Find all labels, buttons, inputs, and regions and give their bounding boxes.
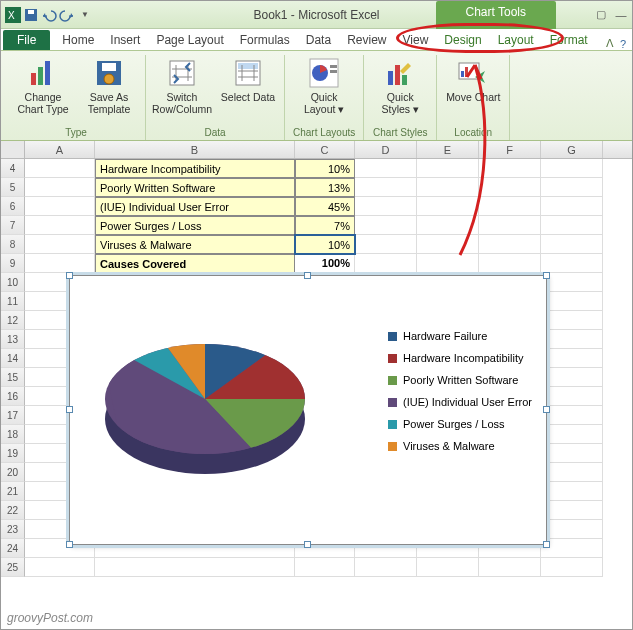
cell[interactable] xyxy=(541,159,603,178)
resize-handle[interactable] xyxy=(304,541,311,548)
cell[interactable]: Viruses & Malware xyxy=(95,235,295,254)
cell[interactable] xyxy=(25,197,95,216)
cell[interactable]: 10% xyxy=(295,159,355,178)
cell[interactable] xyxy=(355,197,417,216)
minimize-ribbon-icon[interactable]: ▢ xyxy=(594,8,608,22)
redo-icon[interactable] xyxy=(59,7,75,23)
row-header[interactable]: 15 xyxy=(1,368,25,387)
cell[interactable] xyxy=(541,292,603,311)
chart-object[interactable]: Hardware FailureHardware Incompatibility… xyxy=(69,275,547,545)
cell[interactable] xyxy=(355,216,417,235)
row-header[interactable]: 6 xyxy=(1,197,25,216)
tab-formulas[interactable]: Formulas xyxy=(232,30,298,50)
col-header-D[interactable]: D xyxy=(355,141,417,158)
resize-handle[interactable] xyxy=(304,272,311,279)
tab-layout[interactable]: Layout xyxy=(490,30,542,50)
cell[interactable] xyxy=(541,330,603,349)
resize-handle[interactable] xyxy=(543,541,550,548)
cell[interactable] xyxy=(355,558,417,577)
ribbon-minimize-icon[interactable]: ᐱ xyxy=(606,37,614,50)
cell[interactable] xyxy=(541,387,603,406)
cell[interactable] xyxy=(417,159,479,178)
undo-icon[interactable] xyxy=(41,7,57,23)
save-as-template-button[interactable]: Save As Template xyxy=(81,55,137,115)
change-chart-type-button[interactable]: Change Chart Type xyxy=(15,55,71,115)
cell[interactable] xyxy=(541,463,603,482)
tab-view[interactable]: View xyxy=(395,30,437,50)
tab-review[interactable]: Review xyxy=(339,30,394,50)
row-header[interactable]: 17 xyxy=(1,406,25,425)
file-tab[interactable]: File xyxy=(3,30,50,50)
col-header-A[interactable]: A xyxy=(25,141,95,158)
cell[interactable] xyxy=(355,235,417,254)
qat-dropdown-icon[interactable]: ▼ xyxy=(77,7,93,23)
cell[interactable] xyxy=(541,273,603,292)
row-header[interactable]: 20 xyxy=(1,463,25,482)
row-header[interactable]: 23 xyxy=(1,520,25,539)
tab-home[interactable]: Home xyxy=(54,30,102,50)
resize-handle[interactable] xyxy=(66,406,73,413)
row-header[interactable]: 8 xyxy=(1,235,25,254)
col-header-E[interactable]: E xyxy=(417,141,479,158)
tab-page-layout[interactable]: Page Layout xyxy=(148,30,231,50)
cell[interactable]: Causes Covered xyxy=(95,254,295,273)
cell[interactable]: (IUE) Individual User Error xyxy=(95,197,295,216)
cell[interactable] xyxy=(417,254,479,273)
row-header[interactable]: 7 xyxy=(1,216,25,235)
cell[interactable]: Poorly Written Software xyxy=(95,178,295,197)
cell[interactable]: 100% xyxy=(295,254,355,273)
cell[interactable] xyxy=(541,501,603,520)
cell[interactable] xyxy=(541,482,603,501)
cell[interactable] xyxy=(25,254,95,273)
cell[interactable] xyxy=(355,254,417,273)
row-header[interactable]: 21 xyxy=(1,482,25,501)
resize-handle[interactable] xyxy=(66,272,73,279)
row-header[interactable]: 9 xyxy=(1,254,25,273)
cell[interactable] xyxy=(25,235,95,254)
cell[interactable]: 10% xyxy=(295,235,355,254)
cell[interactable] xyxy=(417,197,479,216)
quick-layout-button[interactable]: Quick Layout ▾ xyxy=(296,55,352,115)
cell[interactable] xyxy=(541,311,603,330)
cell[interactable] xyxy=(541,520,603,539)
row-header[interactable]: 11 xyxy=(1,292,25,311)
cell[interactable] xyxy=(541,178,603,197)
resize-handle[interactable] xyxy=(66,541,73,548)
row-header[interactable]: 16 xyxy=(1,387,25,406)
minimize-window-icon[interactable]: — xyxy=(614,8,628,22)
row-header[interactable]: 18 xyxy=(1,425,25,444)
select-all-cell[interactable] xyxy=(1,141,25,158)
cell[interactable] xyxy=(25,558,95,577)
help-icon[interactable]: ? xyxy=(620,38,626,50)
cell[interactable] xyxy=(541,254,603,273)
cell[interactable] xyxy=(479,197,541,216)
cell[interactable] xyxy=(541,444,603,463)
row-header[interactable]: 10 xyxy=(1,273,25,292)
row-header[interactable]: 14 xyxy=(1,349,25,368)
cell[interactable] xyxy=(479,216,541,235)
cell[interactable] xyxy=(541,368,603,387)
cell[interactable] xyxy=(25,159,95,178)
cell[interactable] xyxy=(479,558,541,577)
row-header[interactable]: 24 xyxy=(1,539,25,558)
cell[interactable] xyxy=(479,235,541,254)
col-header-B[interactable]: B xyxy=(95,141,295,158)
cell[interactable] xyxy=(417,178,479,197)
cell[interactable]: 45% xyxy=(295,197,355,216)
cell[interactable] xyxy=(541,216,603,235)
cell[interactable]: Hardware Incompatibility xyxy=(95,159,295,178)
resize-handle[interactable] xyxy=(543,272,550,279)
resize-handle[interactable] xyxy=(543,406,550,413)
row-header[interactable]: 19 xyxy=(1,444,25,463)
cell[interactable] xyxy=(479,159,541,178)
row-header[interactable]: 5 xyxy=(1,178,25,197)
cell[interactable] xyxy=(541,425,603,444)
cell[interactable] xyxy=(355,178,417,197)
row-header[interactable]: 12 xyxy=(1,311,25,330)
cell[interactable] xyxy=(417,558,479,577)
row-header[interactable]: 25 xyxy=(1,558,25,577)
cell[interactable] xyxy=(541,349,603,368)
col-header-C[interactable]: C xyxy=(295,141,355,158)
cell[interactable] xyxy=(25,216,95,235)
cell[interactable] xyxy=(25,178,95,197)
